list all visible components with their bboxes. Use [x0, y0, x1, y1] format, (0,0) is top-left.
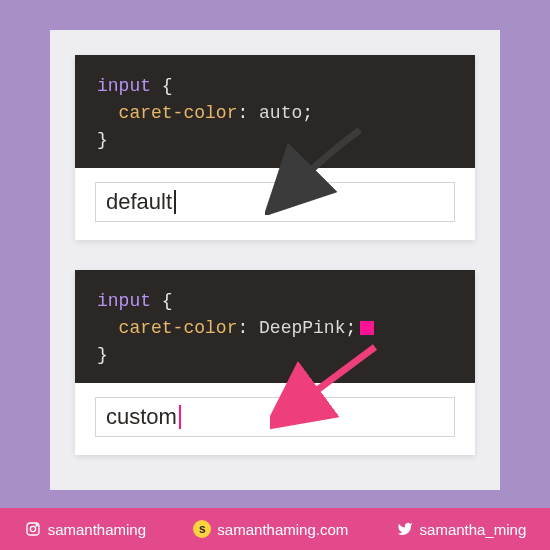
example-card-default: input { caret-color: auto; } default	[75, 55, 475, 240]
demo-input-custom[interactable]: custom	[95, 397, 455, 437]
example-card-custom: input { caret-color: DeepPink; } custom	[75, 270, 475, 455]
brace-close: }	[97, 130, 108, 150]
footer-site-label: samanthaming.com	[217, 521, 348, 538]
footer-twitter[interactable]: samantha_ming	[396, 520, 527, 538]
code-block: input { caret-color: DeepPink; }	[75, 270, 475, 383]
demo-input-default[interactable]: default	[95, 182, 455, 222]
input-text: custom	[106, 404, 177, 430]
logo-icon: s	[193, 520, 211, 538]
caret-pink	[179, 405, 181, 429]
footer-instagram-label: samanthaming	[48, 521, 146, 538]
input-text: default	[106, 189, 172, 215]
footer-bar: samanthaming s samanthaming.com samantha…	[0, 508, 550, 550]
input-row: default	[75, 168, 475, 240]
content-panel: input { caret-color: auto; } default inp…	[50, 30, 500, 490]
svg-point-2	[36, 525, 37, 526]
code-selector: input	[97, 76, 151, 96]
code-selector: input	[97, 291, 151, 311]
footer-twitter-label: samantha_ming	[420, 521, 527, 538]
color-swatch-icon	[360, 321, 374, 335]
code-value: auto	[259, 103, 302, 123]
code-property: caret-color	[119, 318, 238, 338]
footer-site[interactable]: s samanthaming.com	[193, 520, 348, 538]
svg-point-1	[30, 526, 35, 531]
brace-open: {	[162, 291, 173, 311]
brace-open: {	[162, 76, 173, 96]
twitter-icon	[396, 520, 414, 538]
instagram-icon	[24, 520, 42, 538]
caret-default	[174, 190, 176, 214]
footer-instagram[interactable]: samanthaming	[24, 520, 146, 538]
code-property: caret-color	[119, 103, 238, 123]
brace-close: }	[97, 345, 108, 365]
code-block: input { caret-color: auto; }	[75, 55, 475, 168]
code-value: DeepPink	[259, 318, 345, 338]
input-row: custom	[75, 383, 475, 455]
